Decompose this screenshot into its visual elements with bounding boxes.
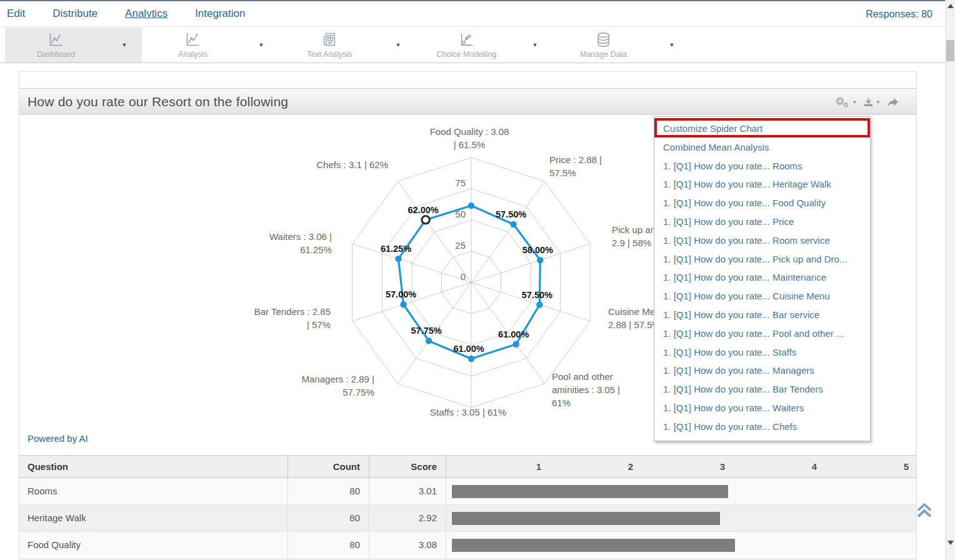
toolbar-tab-manage-data-dropdown[interactable]: ▼ xyxy=(654,28,689,62)
count-cell: 80 xyxy=(288,505,369,531)
toolbar-tab-analysis-button[interactable]: Analysis xyxy=(142,28,244,62)
scale-tick-3: 3 xyxy=(633,456,725,478)
score-cell: 3.08 xyxy=(369,532,446,558)
toolbar-tab-choice-modelling-button[interactable]: Choice Modelling xyxy=(416,28,518,62)
score-bar-cell xyxy=(446,532,916,558)
toolbar-tab-manage-data-button[interactable]: Manage Data xyxy=(552,28,654,62)
widget-header: How do you rate our Resort on the follow… xyxy=(19,88,916,115)
count-cell: 80 xyxy=(288,478,369,504)
settings-gears-icon: ⚙⚙ xyxy=(835,96,850,109)
svg-text:57.00%: 57.00% xyxy=(386,289,416,299)
menu-item-1-q1-how-do-you-rate-rooms[interactable]: 1. [Q1] How do you rate... Rooms xyxy=(654,157,870,176)
column-header-score: Score xyxy=(369,456,446,478)
chart-options-menu: Customize Spider ChartCombined Mean Anal… xyxy=(654,116,871,441)
scrollbar-down-arrow[interactable] xyxy=(948,541,954,545)
score-bar xyxy=(452,539,735,552)
svg-text:Food Quality : 3.08: Food Quality : 3.08 xyxy=(430,126,509,137)
page-scrollbar[interactable] xyxy=(945,0,955,560)
widget-title: How do you rate our Resort on the follow… xyxy=(19,94,288,109)
question-cell: Food Quality xyxy=(19,532,288,558)
nav-item-edit[interactable]: Edit xyxy=(7,8,25,20)
toolbar-tab-dashboard: Dashboard▼ xyxy=(5,28,142,62)
nav-item-integration[interactable]: Integration xyxy=(195,8,245,20)
chevron-down-icon: ▼ xyxy=(669,42,675,48)
menu-item-1-q1-how-do-you-rate-pick-up-and-dro[interactable]: 1. [Q1] How do you rate... Pick up and D… xyxy=(654,250,870,269)
column-header-count: Count xyxy=(288,456,369,478)
toolbar-tab-manage-data: Manage Data▼ xyxy=(552,28,689,62)
download-button[interactable]: ▼ xyxy=(863,98,881,108)
menu-item-combined-mean-analysis[interactable]: Combined Mean Analysis xyxy=(654,138,870,157)
score-cell: 2.92 xyxy=(369,505,446,531)
table-row-heritage-walk: Heritage Walk802.92 xyxy=(19,505,916,532)
svg-text:75: 75 xyxy=(455,178,466,188)
svg-text:Chefs : 3.1 | 62%: Chefs : 3.1 | 62% xyxy=(316,159,388,170)
powered-by-ai-link[interactable]: Powered by AI xyxy=(28,433,88,444)
score-bar-cell xyxy=(446,478,916,504)
menu-item-1-q1-how-do-you-rate-price[interactable]: 1. [Q1] How do you rate... Price xyxy=(654,212,870,231)
database-icon xyxy=(595,31,612,48)
chevron-down-icon: ▼ xyxy=(532,42,538,48)
svg-text:| 57%: | 57% xyxy=(307,319,331,330)
toolbar-tab-text-analysis: Text Analysis▼ xyxy=(279,28,416,62)
widget-header-icons: ⚙⚙ ▼ ▼ xyxy=(835,89,899,116)
download-icon xyxy=(863,98,874,108)
svg-text:61.25%: 61.25% xyxy=(300,244,332,255)
count-cell: 80 xyxy=(288,532,369,558)
toolbar-tab-text-analysis-dropdown[interactable]: ▼ xyxy=(381,28,416,62)
score-cell: 3.01 xyxy=(369,478,446,504)
scroll-to-top-button[interactable] xyxy=(914,501,934,521)
score-bar xyxy=(452,485,728,498)
toolbar-tab-dashboard-dropdown[interactable]: ▼ xyxy=(107,28,142,62)
dashboard-chart-icon xyxy=(48,31,64,48)
toolbar-tab-choice-modelling-dropdown[interactable]: ▼ xyxy=(518,28,552,62)
svg-text:Price : 2.88 |: Price : 2.88 | xyxy=(549,154,602,165)
menu-item-1-q1-how-do-you-rate-maintenance[interactable]: 1. [Q1] How do you rate... Maintenance xyxy=(654,268,870,287)
toolbar-tab-analysis-dropdown[interactable]: ▼ xyxy=(244,28,279,62)
menu-item-1-q1-how-do-you-rate-staffs[interactable]: 1. [Q1] How do you rate... Staffs xyxy=(654,343,870,362)
chart-settings-button[interactable]: ⚙⚙ ▼ xyxy=(835,96,857,109)
choice-modelling-icon xyxy=(458,31,475,48)
menu-item-1-q1-how-do-you-rate-managers[interactable]: 1. [Q1] How do you rate... Managers xyxy=(654,361,870,380)
menu-item-1-q1-how-do-you-rate-heritage-walk[interactable]: 1. [Q1] How do you rate... Heritage Walk xyxy=(654,175,870,194)
svg-text:25: 25 xyxy=(455,240,466,251)
svg-text:61.25%: 61.25% xyxy=(381,244,411,254)
svg-text:62.00%: 62.00% xyxy=(408,205,439,215)
menu-item-1-q1-how-do-you-rate-bar-service[interactable]: 1. [Q1] How do you rate... Bar service xyxy=(654,306,870,324)
menu-item-1-q1-how-do-you-rate-bar-tenders[interactable]: 1. [Q1] How do you rate... Bar Tenders xyxy=(654,380,870,399)
toolbar-tab-text-analysis-button[interactable]: Text Analysis xyxy=(279,28,381,62)
question-cell: Rooms xyxy=(19,478,288,504)
svg-text:Pool and other: Pool and other xyxy=(552,371,613,382)
double-chevron-up-icon xyxy=(914,501,934,521)
menu-item-1-q1-how-do-you-rate-cuisine-menu[interactable]: 1. [Q1] How do you rate... Cuisine Menu xyxy=(654,287,870,306)
score-table: Question Count Score 12345 Rooms803.01He… xyxy=(19,455,916,559)
menu-item-customize-spider-chart[interactable]: Customize Spider Chart xyxy=(654,119,870,138)
svg-text:2.9 | 58%: 2.9 | 58% xyxy=(612,238,651,248)
chevron-down-icon: ▼ xyxy=(876,99,881,105)
svg-text:61%: 61% xyxy=(552,398,571,408)
toolbar-tab-analysis: Analysis▼ xyxy=(142,28,279,62)
menu-item-1-q1-how-do-you-rate-waiters[interactable]: 1. [Q1] How do you rate... Waiters xyxy=(654,399,870,418)
analysis-chart-icon xyxy=(184,31,201,48)
scrollbar-thumb[interactable] xyxy=(946,40,954,61)
svg-text:57.50%: 57.50% xyxy=(522,290,552,300)
svg-text:57.50%: 57.50% xyxy=(496,209,526,219)
menu-item-1-q1-how-do-you-rate-chefs[interactable]: 1. [Q1] How do you rate... Chefs xyxy=(654,418,870,436)
text-analysis-icon xyxy=(321,31,338,48)
toolbar-tab-dashboard-button[interactable]: Dashboard xyxy=(5,28,107,62)
nav-item-analytics[interactable]: Analytics xyxy=(125,8,168,20)
scrollbar-up-arrow[interactable] xyxy=(948,4,954,8)
svg-text:57.75%: 57.75% xyxy=(342,387,374,398)
chevron-down-icon: ▼ xyxy=(396,42,401,48)
analytics-toolbar: Dashboard▼Analysis▼Text Analysis▼Choice … xyxy=(0,28,955,63)
share-button[interactable] xyxy=(887,98,899,108)
svg-text:| 61.5%: | 61.5% xyxy=(454,139,486,150)
scale-tick-4: 4 xyxy=(725,456,817,478)
nav-item-distribute[interactable]: Distribute xyxy=(52,8,98,20)
scale-tick-2: 2 xyxy=(541,456,633,478)
menu-item-1-q1-how-do-you-rate-food-quality[interactable]: 1. [Q1] How do you rate... Food Quality xyxy=(654,194,870,212)
menu-item-1-q1-how-do-you-rate-pool-and-other[interactable]: 1. [Q1] How do you rate... Pool and othe… xyxy=(654,324,870,343)
svg-text:57.5%: 57.5% xyxy=(549,168,576,178)
score-bar-cell xyxy=(446,505,916,531)
responses-count: Responses: 80 xyxy=(866,1,932,27)
menu-item-1-q1-how-do-you-rate-room-service[interactable]: 1. [Q1] How do you rate... Room service xyxy=(654,231,870,250)
